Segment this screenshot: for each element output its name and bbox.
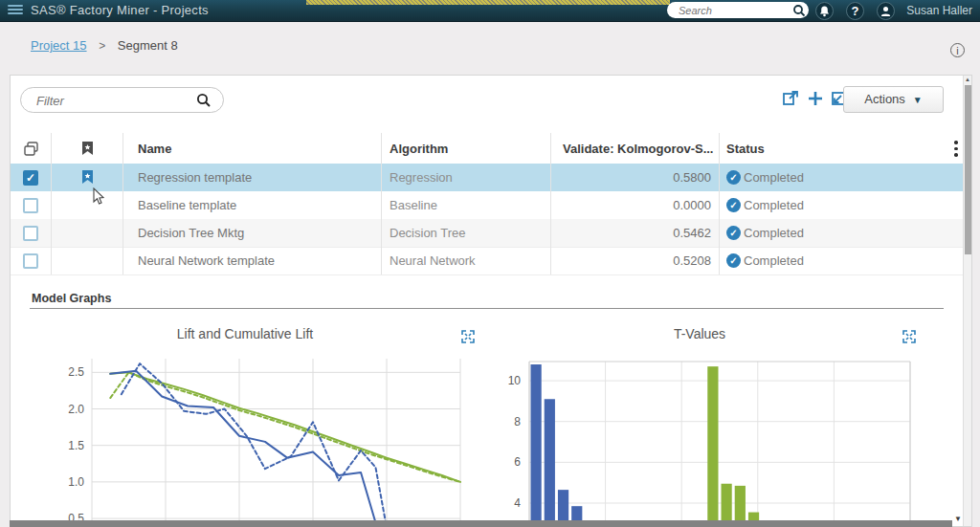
lift-chart: 0.51.01.52.02.5 (49, 355, 470, 527)
top-app-bar: SAS® Factory Miner - Projects ? Susan Ha… (0, 0, 980, 22)
app-root: SAS® Factory Miner - Projects ? Susan Ha… (0, 0, 980, 527)
info-icon[interactable]: i (950, 43, 965, 57)
tvalues-chart-title: T-Values (556, 326, 843, 341)
app-title: SAS® Factory Miner - Projects (31, 3, 209, 17)
cell-algorithm: Decision Tree (382, 219, 551, 247)
section-divider (30, 308, 944, 309)
user-icon (880, 6, 891, 17)
scroll-up-icon[interactable]: ▲ (965, 77, 970, 82)
user-name: Susan Haller (906, 4, 972, 17)
copy-icon (24, 142, 38, 156)
actions-button[interactable]: Actions▼ (843, 86, 944, 113)
column-header-name[interactable]: Name (123, 133, 382, 164)
row-flag[interactable] (52, 164, 123, 191)
notifications-button[interactable] (815, 2, 834, 20)
cell-validate: 0.5208 (551, 247, 720, 274)
row-checkbox[interactable]: ✓ (23, 170, 38, 186)
expand-icon[interactable] (461, 330, 475, 343)
add-icon[interactable] (807, 90, 824, 107)
row-flag[interactable] (52, 247, 123, 274)
export-icon[interactable] (782, 90, 799, 107)
user-button[interactable] (877, 2, 895, 20)
svg-text:2.5: 2.5 (68, 365, 84, 379)
cell-algorithm: Baseline (382, 191, 551, 219)
column-header-algorithm[interactable]: Algorithm (382, 133, 551, 164)
row-flag[interactable] (52, 219, 123, 247)
expand-icon[interactable] (902, 330, 916, 343)
breadcrumb-project-link[interactable]: Project 15 (31, 38, 87, 53)
cell-status: Completed (744, 226, 804, 240)
cell-status: Completed (744, 198, 804, 212)
scroll-down-icon[interactable]: ▼ (954, 515, 962, 523)
svg-text:4: 4 (514, 496, 521, 510)
table-row[interactable]: Baseline template Baseline 0.0000 ✓Compl… (11, 191, 965, 220)
bookmark-icon (81, 142, 94, 156)
svg-text:2.0: 2.0 (68, 403, 84, 416)
select-all-header[interactable] (11, 133, 52, 164)
row-flag[interactable] (52, 191, 123, 219)
breadcrumb-current: Segment 8 (118, 38, 178, 53)
svg-text:1.0: 1.0 (68, 475, 84, 489)
bookmark-icon (81, 170, 94, 185)
section-title: Model Graphs (32, 292, 111, 305)
check-circle-icon: ✓ (726, 253, 741, 268)
vertical-scrollbar[interactable]: ▲ (963, 76, 971, 526)
check-circle-icon: ✓ (726, 170, 741, 185)
check-circle-icon: ✓ (726, 226, 741, 240)
svg-text:1.5: 1.5 (68, 439, 84, 452)
search-input[interactable] (677, 3, 781, 18)
breadcrumb: Project 15 > Segment 8 (31, 38, 178, 53)
cell-name: Baseline template (123, 191, 382, 219)
cell-validate: 0.0000 (551, 191, 720, 219)
filter-input[interactable] (34, 92, 182, 110)
menu-icon[interactable] (8, 5, 23, 16)
bell-icon (819, 6, 830, 17)
row-checkbox[interactable] (23, 226, 38, 241)
cell-validate: 0.5800 (551, 164, 720, 191)
cell-algorithm: Regression (382, 164, 551, 191)
column-header-validate[interactable]: Validate: Kolmogorov-S... (551, 133, 720, 164)
row-checkbox[interactable] (23, 198, 38, 213)
chevron-down-icon: ▼ (913, 95, 923, 105)
svg-text:6: 6 (514, 455, 521, 469)
row-checkbox[interactable] (23, 253, 38, 269)
help-button[interactable]: ? (846, 2, 864, 20)
flag-column-header[interactable] (52, 133, 123, 164)
column-header-status[interactable]: Status (720, 133, 965, 164)
cell-status: Completed (744, 253, 804, 268)
filter-search-icon[interactable] (196, 93, 212, 112)
check-circle-icon: ✓ (726, 198, 741, 212)
table-row[interactable]: ✓ Regression template Regression 0.5800 … (11, 164, 965, 191)
table-menu-icon[interactable] (954, 141, 958, 160)
filter-box (20, 87, 224, 113)
search-icon[interactable] (792, 4, 806, 21)
cell-validate: 0.5462 (551, 219, 720, 247)
chevron-right-icon: > (99, 39, 105, 53)
content-panel: Actions▼ Name Algorithm Validate: Kolmog… (10, 75, 972, 527)
cell-name: Neural Network template (123, 247, 382, 274)
svg-text:10: 10 (508, 374, 522, 387)
tvalues-chart: 46810 (499, 355, 920, 527)
table-row[interactable]: Decision Tree Mktg Decision Tree 0.5462 … (11, 219, 965, 248)
cell-algorithm: Neural Network (382, 247, 551, 274)
scrollbar-thumb[interactable] (965, 85, 971, 254)
table-header: Name Algorithm Validate: Kolmogorov-S...… (11, 133, 965, 165)
table-row[interactable]: Neural Network template Neural Network 0… (11, 247, 965, 275)
svg-text:8: 8 (514, 415, 521, 428)
capture-artifact-strip (306, 0, 670, 5)
horizontal-scrollbar[interactable] (10, 520, 952, 527)
lift-chart-title: Lift and Cumulative Lift (101, 326, 389, 341)
global-search (667, 2, 809, 18)
cell-name: Decision Tree Mktg (123, 219, 382, 247)
cell-status: Completed (744, 170, 804, 185)
cell-name: Regression template (123, 164, 382, 191)
